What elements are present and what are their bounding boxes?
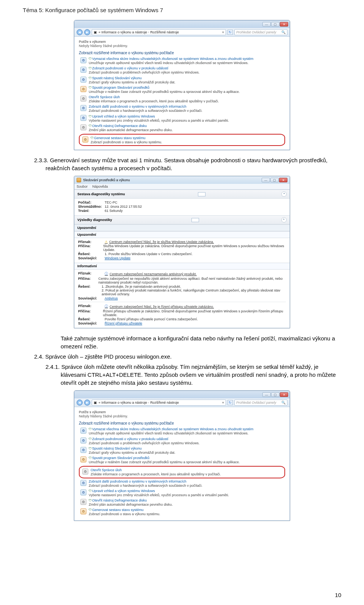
band-results[interactable]: Výsledky diagnostiky⌃ <box>74 215 290 224</box>
tool-row[interactable]: ⚙Zobrazit další podrobnosti o systému v … <box>80 105 285 113</box>
breadcrumb-text: « Informace o výkonu a nástroje › Rozšíř… <box>99 30 179 34</box>
tool-desc: Zobrazí podrobnosti o hardwarových a sof… <box>89 109 285 113</box>
minimize-button[interactable]: — <box>262 22 271 27</box>
breadcrumb-box[interactable]: ▣ « Informace o výkonu a nástroje › Rozš… <box>92 29 226 35</box>
tool-link[interactable]: 🛡Upravit vzhled a výkon systému Windows <box>89 489 285 493</box>
tool-desc: Vyberte nastavení pro změny vizuálních e… <box>89 119 285 123</box>
tool-link[interactable]: 🛡Spustit program Sledování prostředků <box>89 86 285 89</box>
search-input[interactable]: Prohledat Ovládací panely 🔍 <box>234 29 287 35</box>
tool-row[interactable]: ⚙🛡Vymazat všechna skóre Indexu uživatels… <box>80 57 285 65</box>
collapse-icon[interactable]: ⌃ <box>281 191 287 197</box>
forward-button[interactable]: ► <box>84 29 90 35</box>
search-input[interactable]: Prohledat Ovládací panely 🔍 <box>234 400 287 406</box>
collected-value: 12. února 2012 17:55:52 <box>105 205 142 208</box>
close-button[interactable]: ✕ <box>280 392 288 397</box>
tool-icon: ⚙ <box>80 428 86 434</box>
tool-row[interactable]: ⚙🛡Spustit program Sledování prostředkůUm… <box>80 86 285 94</box>
label-related: Související: <box>78 296 105 300</box>
breadcrumb-box[interactable]: ▣ « Informace o výkonu a nástroje › Rozš… <box>92 400 226 406</box>
label-symptom: Příznak: <box>78 271 105 276</box>
maximize-button[interactable]: ▢ <box>270 178 279 182</box>
label-symptom: Příznak: <box>78 304 105 309</box>
label-symptom: Příznak: <box>78 240 105 244</box>
tool-row[interactable]: ⚙🛡Upravit vzhled a výkon systému Windows… <box>80 114 285 123</box>
tool-link[interactable]: 🛡Vymazat všechna skóre Indexu uživatelsk… <box>89 427 285 431</box>
menu-help[interactable]: Nápověda <box>93 185 108 188</box>
menu-file[interactable]: Soubor <box>77 185 88 188</box>
fix-value: 1. Povolte službu Windows Update v Centr… <box>105 252 193 256</box>
back-button[interactable]: ◄ <box>77 29 83 35</box>
band-system[interactable]: Sestava diagnostiky systému⌃ <box>74 190 290 199</box>
minimize-button[interactable]: — <box>262 178 270 182</box>
tool-link[interactable]: 🛡Vymazat všechna skóre Indexu uživatelsk… <box>89 57 285 61</box>
tool-link[interactable]: 🛡Spustit program Sledování prostředků <box>89 456 285 460</box>
issues-none: Nebyly hlášeny žádné problémy. <box>79 414 285 418</box>
info-link[interactable]: ⓘCentrum zabezpečení nezaznamenalo antiv… <box>105 271 197 276</box>
tool-link[interactable]: 🛡Otevřít nástroj Defragmentace disku <box>89 498 285 502</box>
chevron-down-icon[interactable]: ▾ <box>222 401 224 404</box>
shield-icon: 🛡 <box>89 499 92 502</box>
label-cause: Příčina: <box>78 277 99 284</box>
shield-icon: 🛡 <box>89 77 92 80</box>
shield-icon: 🛡 <box>91 136 94 140</box>
tool-row[interactable]: ⚙Zobrazit další podrobnosti o systému v … <box>80 480 285 488</box>
tool-desc: Vyberte nastavení pro změny vizuálních e… <box>89 493 285 497</box>
warning-link[interactable]: ⚠Centrum zabezpečení hlásí, že je služba… <box>105 240 214 244</box>
shield-icon: 🛡 <box>89 67 92 70</box>
chevron-down-icon[interactable]: ▾ <box>222 30 224 34</box>
related-link[interactable]: Windows Update <box>105 256 130 260</box>
related-link[interactable]: Řízení přístupu uživatele <box>105 321 142 325</box>
tool-row[interactable]: ⚙🛡Vymazat všechna skóre Indexu uživatels… <box>80 427 285 436</box>
maximize-button[interactable]: ▢ <box>271 22 279 27</box>
tool-row[interactable]: ⚙🛡Zobrazit podrobnosti o výkonu v protok… <box>80 66 285 75</box>
tool-row[interactable]: ⚙🛡Spustit nástroj Sledování výkonuZobraz… <box>80 76 285 85</box>
tool-link[interactable]: Zobrazit další podrobnosti o systému v s… <box>89 105 285 108</box>
tool-icon: ⚙ <box>82 136 88 143</box>
close-button[interactable]: ✕ <box>280 22 288 27</box>
tool-link[interactable]: 🛡Spustit nástroj Sledování výkonu <box>89 76 285 80</box>
back-button[interactable]: ◄ <box>77 400 83 406</box>
maximize-button[interactable]: ▢ <box>271 392 279 397</box>
tool-row[interactable]: ⚙🛡Otevřít nástroj Defragmentace diskuZmě… <box>80 498 285 507</box>
breadcrumb-text: « Informace o výkonu a nástroje › Rozšíř… <box>99 401 179 404</box>
tool-icon: ⚙ <box>80 456 86 462</box>
tool-link[interactable]: Otevřít Správce úloh <box>89 95 285 99</box>
tool-row[interactable]: ⚙Otevřít Správce úlohZískáte informace o… <box>82 468 282 476</box>
tool-icon: ⚙ <box>82 469 88 475</box>
tool-desc: Umožňuje vynutit opětovné spuštění všech… <box>89 431 285 436</box>
minimize-button[interactable]: — <box>262 392 271 397</box>
tool-row[interactable]: ⚙🛡Upravit vzhled a výkon systému Windows… <box>80 489 285 497</box>
tool-desc: Umožňuje vynutit opětovné spuštění všech… <box>89 61 285 65</box>
close-button[interactable]: ✕ <box>279 178 287 182</box>
tool-link[interactable]: 🛡Generovat sestavu stavu systému <box>91 136 282 140</box>
tool-link[interactable]: 🛡Otevřít nástroj Defragmentace disku <box>89 124 285 128</box>
tool-link[interactable]: 🛡Upravit vzhled a výkon systému Windows <box>89 114 285 118</box>
refresh-button[interactable]: ↻ <box>228 400 233 405</box>
info-link[interactable]: ⓘCentrum zabezpečení hlásí, že je řízení… <box>105 304 214 309</box>
related-link[interactable]: Antivirus <box>105 296 118 300</box>
refresh-button[interactable]: ↻ <box>228 30 233 35</box>
issues-none: Nebyly hlášeny žádné problémy. <box>79 44 285 48</box>
tool-row[interactable]: ⚙🛡Spustit program Sledování prostředkůUm… <box>80 456 285 464</box>
tool-link[interactable]: 🛡Zobrazit podrobnosti o výkonu v protoko… <box>89 66 285 70</box>
shield-icon: 🛡 <box>89 489 92 493</box>
tool-row[interactable]: ⚙🛡Spustit nástroj Sledování výkonuZobraz… <box>80 447 285 455</box>
search-icon: 🔍 <box>281 401 286 404</box>
breadcrumb-icon: ▣ <box>94 401 97 404</box>
forward-button[interactable]: ► <box>84 400 90 406</box>
tool-row[interactable]: ⚙🛡Generovat sestavu stavu systémuZobrazí… <box>82 136 282 144</box>
tool-row[interactable]: ⚙🛡Generovat sestavu stavu systémuZobrazí… <box>80 508 285 516</box>
tool-link[interactable]: 🛡Zobrazit podrobnosti o výkonu v protoko… <box>89 437 285 441</box>
shield-icon: 🛡 <box>89 115 92 118</box>
tool-link[interactable]: Otevřít Správce úloh <box>91 468 282 472</box>
shield-icon: 🛡 <box>89 86 92 89</box>
tool-row[interactable]: ⚙🛡Otevřít nástroj Defragmentace diskuZmě… <box>80 124 285 132</box>
tool-link[interactable]: 🛡Spustit nástroj Sledování výkonu <box>89 447 285 450</box>
tool-link[interactable]: 🛡Generovat sestavu stavu systému <box>89 508 285 512</box>
tool-link[interactable]: Zobrazit další podrobnosti o systému v s… <box>89 480 285 483</box>
collapse-icon[interactable]: ⌃ <box>281 217 287 223</box>
tool-row[interactable]: ⚙Otevřít Správce úlohZískáte informace o… <box>80 95 285 103</box>
highlight-marker: ⚙🛡Generovat sestavu stavu systémuZobrazí… <box>79 134 285 146</box>
search-icon: 🔍 <box>281 30 286 34</box>
tool-row[interactable]: ⚙🛡Zobrazit podrobnosti o výkonu v protok… <box>80 437 285 445</box>
